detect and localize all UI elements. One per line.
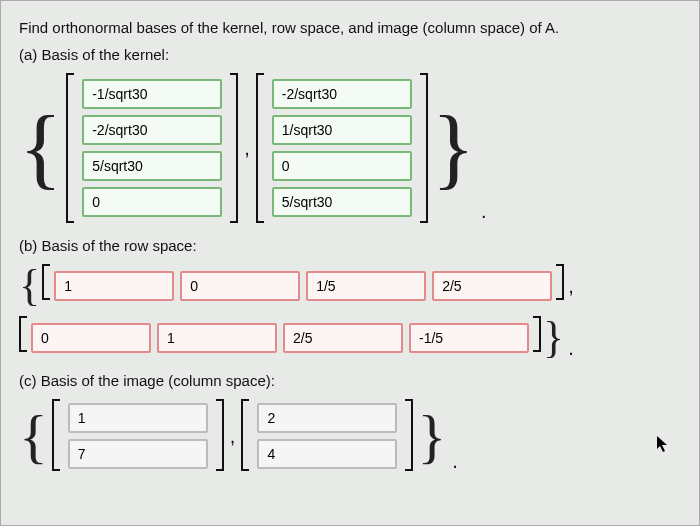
image-v2-c2[interactable]: [257, 439, 397, 469]
kernel-v2-c3[interactable]: [272, 151, 412, 181]
row-v1-c4[interactable]: [432, 271, 552, 301]
kernel-v2-c2[interactable]: [272, 115, 412, 145]
left-brace: {: [19, 406, 48, 466]
row-vector-1: { ,: [19, 264, 681, 308]
image-v2-c1[interactable]: [257, 403, 397, 433]
left-brace: {: [19, 264, 40, 308]
kernel-v2-c4[interactable]: [272, 187, 412, 217]
right-bracket-icon: [405, 399, 413, 471]
right-brace: }: [543, 316, 564, 360]
row-v2-c1[interactable]: [31, 323, 151, 353]
right-bracket-icon: [230, 73, 238, 223]
period: .: [479, 200, 489, 223]
image-basis-set: { , } .: [19, 399, 681, 473]
cursor-icon: [656, 435, 670, 456]
row-vector-2: } .: [19, 316, 681, 360]
kernel-vector-1: [78, 75, 226, 221]
kernel-v1-c2[interactable]: [82, 115, 222, 145]
kernel-vector-2: [268, 75, 416, 221]
period: .: [566, 337, 576, 360]
separator-comma: ,: [566, 275, 576, 298]
left-bracket-icon: [52, 399, 60, 471]
right-brace: }: [432, 103, 475, 193]
part-b-label: (b) Basis of the row space:: [19, 237, 681, 254]
part-a-label: (a) Basis of the kernel:: [19, 46, 681, 63]
separator-comma: ,: [228, 425, 238, 448]
left-bracket-icon: [66, 73, 74, 223]
row-v1-c3[interactable]: [306, 271, 426, 301]
row-v2-c4[interactable]: [409, 323, 529, 353]
kernel-v1-c1[interactable]: [82, 79, 222, 109]
right-bracket-icon: [420, 73, 428, 223]
image-vector-2: [253, 399, 401, 473]
right-bracket-icon: [556, 264, 564, 300]
left-bracket-icon: [241, 399, 249, 471]
kernel-v1-c3[interactable]: [82, 151, 222, 181]
question-prompt: Find orthonormal bases of the kernel, ro…: [19, 19, 681, 36]
row-v2-c3[interactable]: [283, 323, 403, 353]
right-bracket-icon: [533, 316, 541, 352]
part-c-label: (c) Basis of the image (column space):: [19, 372, 681, 389]
left-bracket-icon: [256, 73, 264, 223]
left-bracket-icon: [42, 264, 50, 300]
image-vector-1: [64, 399, 212, 473]
right-brace: }: [417, 406, 446, 466]
image-v1-c1[interactable]: [68, 403, 208, 433]
period: .: [450, 450, 460, 473]
left-brace: {: [19, 103, 62, 193]
row-v2-c2[interactable]: [157, 323, 277, 353]
kernel-basis-set: { , } .: [19, 73, 681, 223]
kernel-v2-c1[interactable]: [272, 79, 412, 109]
right-bracket-icon: [216, 399, 224, 471]
row-v1-c2[interactable]: [180, 271, 300, 301]
kernel-v1-c4[interactable]: [82, 187, 222, 217]
left-bracket-icon: [19, 316, 27, 352]
image-v1-c2[interactable]: [68, 439, 208, 469]
separator-comma: ,: [242, 137, 252, 160]
row-v1-c1[interactable]: [54, 271, 174, 301]
